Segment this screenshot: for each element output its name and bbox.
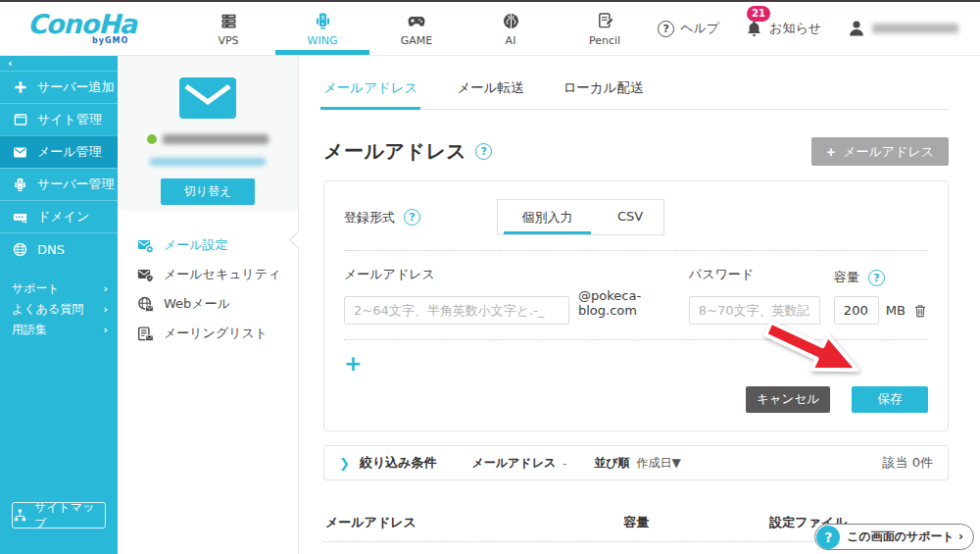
help-circle-icon[interactable]: ? — [475, 143, 492, 160]
quota-field-group: 容量 ? MB — [834, 269, 928, 325]
email-label: メールアドレス — [344, 266, 569, 283]
tab-game[interactable]: GAME — [369, 2, 464, 55]
tab-vps-label: VPS — [218, 34, 238, 47]
help-circle-icon[interactable]: ? — [404, 209, 420, 226]
mail-menu: メール設定 メールセキュリティ Webメール メーリングリスト — [118, 211, 298, 348]
sidebar-link-faq[interactable]: よくある質問 › — [0, 299, 118, 320]
sidebar-link-glossary[interactable]: 用語集 › — [0, 320, 118, 340]
save-button[interactable]: 保存 — [852, 386, 928, 413]
collapse-sidebar-button[interactable]: ‹ — [0, 56, 118, 71]
plus-icon: + — [826, 143, 835, 160]
mail-account-card: 切り替え — [118, 56, 298, 211]
password-input[interactable] — [689, 296, 820, 325]
screen-support-button[interactable]: ? この画面のサポート › — [814, 524, 974, 550]
dotted-divider — [344, 339, 928, 340]
mail-address-fields-row: メールアドレス @pokeca-blog.com パスワード 容量 ? MB — [344, 266, 928, 325]
mail-sub-sidebar: 切り替え メール設定 メールセキュリティ Webメール — [118, 56, 299, 554]
filter-bar: ❯ 絞り込み条件 メールアドレス - 並び順 作成日▼ 該当 0件 — [323, 445, 949, 480]
tab-wing[interactable]: WING — [275, 2, 369, 55]
tab-wing-label: WING — [308, 34, 338, 47]
sidebar-item-label: メール管理 — [37, 143, 102, 161]
account-menu[interactable] — [847, 19, 958, 38]
gamepad-icon — [406, 10, 427, 31]
sitemap-label: サイトマップ — [34, 499, 105, 532]
sidebar-item-site-management[interactable]: サイト管理 — [0, 103, 118, 135]
filter-field-label: メールアドレス — [472, 455, 557, 472]
tab-mail-address[interactable]: メールアドレス — [323, 79, 417, 109]
tab-vps[interactable]: VPS — [181, 2, 275, 55]
navbar-right: ? ヘルプ 21 お知らせ — [658, 19, 980, 38]
help-menu[interactable]: ? ヘルプ — [658, 20, 719, 37]
sidebar-link-support[interactable]: サポート › — [0, 278, 118, 299]
envelope-icon — [12, 144, 28, 161]
conoha-logo[interactable]: ConoHa byGMO — [0, 13, 181, 45]
mail-tabs: メールアドレス メール転送 ローカル配送 — [323, 56, 949, 110]
tab-pencil[interactable]: Pencil — [558, 2, 652, 55]
add-row-button[interactable]: + — [344, 355, 366, 373]
tab-csv[interactable]: CSV — [597, 200, 663, 234]
cancel-button[interactable]: キャンセル — [746, 386, 830, 413]
quota-input[interactable] — [834, 296, 879, 325]
form-buttons: キャンセル 保存 — [344, 386, 928, 413]
switch-account-button[interactable]: 切り替え — [161, 178, 255, 205]
product-nav: VPS WING GAME AI — [181, 2, 652, 55]
add-mail-address-button[interactable]: + メールアドレス — [811, 137, 949, 166]
account-status-row — [147, 134, 269, 144]
tab-pencil-label: Pencil — [589, 34, 620, 47]
quota-label-row: 容量 ? — [834, 269, 928, 286]
sidebar-item-label: DNS — [37, 242, 65, 257]
tab-mail-forwarding[interactable]: メール転送 — [457, 79, 523, 109]
menu-item-mailing-list[interactable]: メーリングリスト — [118, 319, 298, 348]
sidebar-item-mail-management[interactable]: メール管理 — [0, 135, 118, 168]
menu-item-webmail[interactable]: Webメール — [118, 289, 298, 319]
conoha-control-panel: ConoHa byGMO VPS WING GAME — [0, 0, 980, 554]
menu-item-mail-security[interactable]: メールセキュリティ — [118, 260, 298, 289]
tab-local-delivery[interactable]: ローカル配送 — [564, 79, 644, 109]
account-link-blurred[interactable] — [150, 158, 266, 166]
filter-field-value: - — [563, 457, 566, 470]
mail-domain-blurred — [163, 134, 269, 144]
filter-title[interactable]: 絞り込み条件 — [360, 454, 437, 472]
email-field-group: メールアドレス — [344, 266, 569, 325]
question-circle-icon: ? — [816, 526, 840, 549]
notifications-menu[interactable]: 21 お知らせ — [745, 20, 821, 38]
server-icon — [218, 10, 239, 31]
email-local-part-input[interactable] — [344, 296, 569, 325]
col-header-quota: 容量 — [623, 514, 769, 531]
sidebar-item-add-server[interactable]: サーバー追加 — [0, 71, 118, 103]
menu-item-label: メーリングリスト — [164, 325, 268, 342]
support-label: この画面のサポート › — [847, 529, 963, 545]
sitemap-button[interactable]: サイトマップ — [12, 502, 106, 529]
page-title: メールアドレス — [323, 138, 466, 165]
chevron-right-icon: › — [103, 282, 108, 295]
sidebar-item-dns[interactable]: DNS — [0, 232, 118, 265]
sort-value-dropdown[interactable]: 作成日▼ — [636, 455, 680, 472]
main-sidebar: ‹ サーバー追加 サイト管理 メール管理 サーバー管理 — [0, 56, 118, 554]
result-count: 該当 0件 — [883, 454, 933, 472]
sidebar-item-label: ドメイン — [37, 208, 89, 226]
bell-icon — [745, 20, 763, 38]
tab-ai[interactable]: AI — [464, 2, 558, 55]
chevron-right-icon: › — [103, 303, 108, 316]
browser-icon — [12, 112, 28, 128]
quota-label: 容量 — [834, 269, 859, 286]
tab-individual-input[interactable]: 個別入力 — [498, 200, 597, 234]
sitemap-icon — [13, 508, 27, 523]
sidebar-link-label: 用語集 — [12, 322, 47, 338]
quota-unit: MB — [886, 303, 906, 318]
chevron-right-icon: › — [103, 324, 108, 336]
help-circle-icon[interactable]: ? — [868, 270, 885, 286]
globe-icon — [12, 241, 28, 258]
tab-game-label: GAME — [401, 34, 433, 47]
filter-expand-chevron[interactable]: ❯ — [339, 456, 350, 471]
add-button-label: メールアドレス — [843, 143, 934, 161]
sidebar-item-server-management[interactable]: サーバー管理 — [0, 168, 118, 200]
sidebar-item-domain[interactable]: ドメイン — [0, 200, 118, 232]
sidebar-link-label: サポート — [12, 280, 60, 297]
trash-icon[interactable] — [912, 303, 928, 319]
sort-label: 並び順 — [594, 455, 629, 472]
menu-item-mail-settings[interactable]: メール設定 — [118, 230, 298, 260]
logo-subtext: byGMO — [92, 36, 181, 45]
new-mail-address-form: 登録形式 ? 個別入力 CSV メールアドレス @pokeca-blog.com… — [323, 180, 949, 431]
server-tower-icon — [12, 176, 28, 193]
